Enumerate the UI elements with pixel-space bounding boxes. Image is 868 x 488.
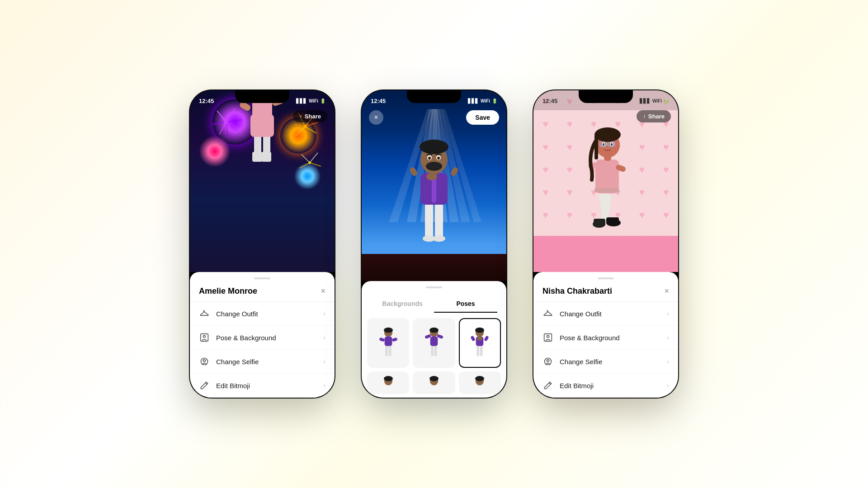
fireworks-bg: 12:45 ▋▋▋ WiFi 🔋: [190, 90, 335, 272]
sheet-header-nisha: Nisha Chakrabarti ×: [533, 286, 678, 302]
pose-thumb-6[interactable]: [459, 371, 501, 394]
svg-point-15: [224, 120, 228, 124]
pose-thumb-2[interactable]: [413, 318, 455, 368]
svg-rect-86: [437, 334, 443, 339]
svg-rect-60: [409, 166, 418, 177]
svg-point-100: [475, 376, 484, 381]
sheet-handle-2: [426, 286, 442, 288]
notch-2: [407, 90, 461, 103]
time-2: 12:45: [371, 98, 386, 104]
sheet-close-amelie[interactable]: ×: [321, 286, 326, 296]
tabs-container: Backgrounds Poses: [362, 296, 506, 313]
tab-bg-label: Backgrounds: [382, 300, 422, 307]
svg-point-57: [433, 235, 445, 242]
menu-label-selfie-1: Change Selfie: [216, 358, 323, 366]
svg-point-123: [611, 143, 613, 145]
hanger-icon-3: [542, 308, 553, 319]
pose-svg-2: [423, 323, 445, 363]
stage-floor: [362, 254, 506, 281]
arrow-icon-outfit-1: ›: [323, 310, 326, 318]
share-icon-3: ↑: [643, 113, 646, 120]
pose-svg-4: [377, 371, 400, 394]
svg-point-43: [203, 335, 206, 338]
svg-point-7: [303, 125, 307, 128]
svg-line-2: [305, 127, 316, 133]
svg-point-127: [547, 360, 549, 362]
svg-point-83: [429, 328, 439, 333]
edit-icon-3: [542, 380, 553, 391]
selfie-icon-1: [199, 356, 210, 367]
phone-nisha-screen: 12:45 ▋▋▋ WiFi 🔋 ♥ ♥ ♥ ♥: [533, 90, 678, 272]
phone-center: 12:45 ▋▋▋ WiFi 🔋: [362, 90, 506, 398]
svg-point-90: [475, 328, 484, 333]
svg-rect-87: [477, 345, 480, 356]
notch-3: [579, 90, 633, 103]
menu-edit-bitmoji-1[interactable]: Edit Bitmoji ›: [190, 374, 335, 398]
phone-center-screen: 12:45 ▋▋▋ WiFi 🔋: [362, 90, 506, 281]
wifi-icon-3: WiFi: [652, 99, 662, 103]
arrow-icon-edit-3: ›: [667, 381, 669, 389]
svg-line-6: [305, 127, 310, 139]
save-button-2[interactable]: Save: [466, 110, 499, 125]
svg-line-5: [296, 127, 305, 136]
male-character: [400, 123, 468, 256]
close-button-2[interactable]: ×: [369, 110, 383, 125]
pose-thumb-4[interactable]: [367, 371, 409, 394]
svg-rect-61: [450, 166, 459, 177]
tab-poses[interactable]: Poses: [434, 296, 497, 313]
phone-amelie: 12:45 ▋▋▋ WiFi 🔋: [190, 90, 335, 398]
pose-thumb-3[interactable]: [459, 318, 501, 368]
menu-change-outfit-3[interactable]: Change Outfit ›: [533, 302, 678, 326]
pose-icon-3: [542, 332, 553, 343]
svg-line-19: [300, 163, 310, 168]
pose-svg-1: [377, 323, 400, 363]
svg-point-66: [426, 162, 442, 171]
pose-thumb-1[interactable]: [367, 318, 409, 368]
svg-point-45: [203, 360, 206, 362]
menu-selfie-3[interactable]: Change Selfie ›: [533, 350, 678, 374]
battery-icon-2: 🔋: [492, 99, 497, 103]
menu-change-outfit-1[interactable]: Change Outfit ›: [190, 302, 335, 326]
svg-rect-74: [388, 345, 391, 356]
svg-point-125: [547, 335, 549, 338]
menu-pose-bg-1[interactable]: Pose & Background ›: [190, 326, 335, 350]
svg-rect-55: [435, 202, 443, 239]
svg-point-98: [429, 376, 439, 381]
menu-edit-bitmoji-3[interactable]: Edit Bitmoji ›: [533, 374, 678, 398]
edit-icon-1: [199, 380, 210, 391]
pose-thumb-5[interactable]: [413, 371, 455, 394]
svg-line-8: [226, 108, 235, 122]
svg-rect-81: [434, 345, 437, 356]
svg-rect-79: [392, 338, 397, 342]
svg-rect-106: [606, 217, 619, 225]
signal-icon-3: ▋▋▋: [640, 99, 651, 103]
bottom-sheet-nisha: Nisha Chakrabarti × Change Outfit ›: [533, 272, 678, 398]
share-label-3: Share: [648, 113, 665, 120]
share-button-1[interactable]: ↑ Share: [293, 110, 327, 122]
arrow-icon-pose-3: ›: [667, 333, 669, 342]
menu-label-outfit-3: Change Outfit: [560, 310, 667, 318]
arrow-icon-pose-1: ›: [323, 333, 326, 342]
scene: 12:45 ▋▋▋ WiFi 🔋: [0, 0, 868, 488]
svg-rect-117: [594, 135, 598, 160]
share-button-3[interactable]: ↑ Share: [637, 110, 671, 122]
menu-pose-bg-3[interactable]: Pose & Background ›: [533, 326, 678, 350]
sheet-close-nisha[interactable]: ×: [664, 286, 669, 296]
svg-point-76: [384, 328, 393, 333]
arrow-icon-selfie-3: ›: [667, 357, 669, 366]
tab-backgrounds[interactable]: Backgrounds: [371, 296, 434, 313]
wifi-icon: WiFi: [309, 99, 318, 103]
phone-nisha: 12:45 ▋▋▋ WiFi 🔋 ♥ ♥ ♥ ♥: [533, 90, 678, 398]
svg-point-92: [477, 337, 483, 340]
svg-rect-78: [379, 338, 385, 342]
notch-1: [235, 90, 289, 103]
menu-label-outfit-1: Change Outfit: [216, 310, 323, 318]
svg-rect-108: [594, 188, 619, 192]
menu-selfie-1[interactable]: Change Selfie ›: [190, 350, 335, 374]
svg-line-18: [302, 155, 310, 163]
male-svg: [400, 123, 468, 254]
status-icons-3: ▋▋▋ WiFi 🔋: [640, 99, 669, 103]
phone-amelie-wrapper: 12:45 ▋▋▋ WiFi 🔋: [190, 90, 335, 398]
bottom-sheet-center: Backgrounds Poses: [362, 281, 506, 398]
nisha-svg: [576, 112, 635, 239]
